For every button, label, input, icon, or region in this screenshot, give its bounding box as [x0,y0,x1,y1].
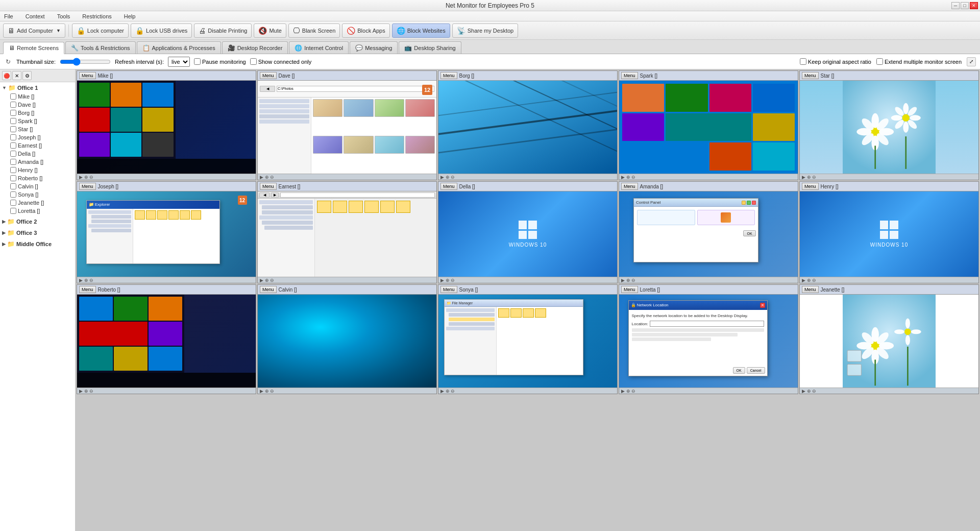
grid-cell-della[interactable]: Menu Della [] WINDOWS 10 [438,181,618,283]
tree-item-mike[interactable]: Mike [] [0,92,75,101]
menu-tools[interactable]: Tools [55,12,72,20]
refresh-button[interactable]: ↻ [4,58,12,66]
checkbox-spark[interactable] [10,118,16,124]
checkbox-mike[interactable] [10,93,16,100]
tree-item-loretta[interactable]: Loretta [] [0,207,75,215]
refresh-interval-select[interactable]: live 1 2 5 10 [168,57,190,67]
tree-item-borg[interactable]: Borg [] [0,109,75,117]
tree-item-star[interactable]: Star [] [0,125,75,133]
tree-item-earnest[interactable]: Earnest [] [0,141,75,150]
cell-menu-henry[interactable]: Menu [802,183,819,190]
tab-applications-processes[interactable]: 📋 Applications & Processes [137,41,221,54]
tree-item-jeanette[interactable]: Jeanette [] [0,199,75,207]
tree-item-joseph[interactable]: Joseph [] [0,133,75,141]
checkbox-roberto[interactable] [10,175,16,181]
pause-monitoring-checkbox[interactable] [194,58,201,65]
checkbox-della[interactable] [10,151,16,157]
cell-menu-mike[interactable]: Menu [79,72,96,79]
grid-cell-earnest[interactable]: Menu Earnest [] ◀ ▶ [257,181,437,283]
show-connected-checkbox-label[interactable]: Show connected only [250,58,312,65]
tab-tools-restrictions[interactable]: 🔧 Tools & Restrictions [65,41,136,54]
checkbox-borg[interactable] [10,110,16,116]
tab-desktop-sharing[interactable]: 📺 Desktop Sharing [399,41,461,54]
blank-screen-button[interactable]: 🖵 Blank Screen [288,23,340,38]
grid-cell-dave[interactable]: Menu Dave [] ◀ C:\Photos [257,70,437,180]
tab-messaging[interactable]: 💬 Messaging [350,41,398,54]
lock-computer-button[interactable]: 🔒 Lock computer [72,23,129,38]
checkbox-jeanette[interactable] [10,200,16,206]
grid-cell-star[interactable]: Menu Star [] [799,70,979,180]
cell-menu-jeanette[interactable]: Menu [802,286,819,293]
sidebar-btn-2[interactable]: ✕ [12,71,21,80]
cell-menu-loretta[interactable]: Menu [621,286,638,293]
cell-menu-calvin[interactable]: Menu [260,286,277,293]
cell-menu-amanda[interactable]: Menu [621,183,638,190]
tree-item-della[interactable]: Della [] [0,150,75,158]
keep-aspect-checkbox-label[interactable]: Keep original aspect ratio [800,58,871,65]
tab-internet-control[interactable]: 🌐 Internet Control [289,41,349,54]
grid-cell-loretta[interactable]: Menu Loretta [] 🔒 Network Location ✕ [619,284,798,394]
cell-menu-joseph[interactable]: Menu [79,183,96,190]
cell-menu-roberto[interactable]: Menu [79,286,96,293]
menu-file[interactable]: File [2,12,15,20]
menu-context[interactable]: Context [23,12,47,20]
checkbox-sonya[interactable] [10,191,16,198]
tree-group-office1-header[interactable]: ▼ 📁 Office 1 [0,83,75,92]
cell-menu-sonya[interactable]: Menu [440,286,457,293]
cell-menu-dave[interactable]: Menu [260,72,277,79]
cell-menu-spark[interactable]: Menu [621,72,638,79]
tree-group-office3-header[interactable]: ▶ 📁 Office 3 [0,228,75,237]
keep-aspect-checkbox[interactable] [800,58,806,65]
expand-grid-button[interactable]: ⤢ [967,57,976,66]
tab-desktop-recorder[interactable]: 🎥 Desktop Recorder [222,41,288,54]
cell-menu-earnest[interactable]: Menu [260,183,277,190]
grid-cell-roberto[interactable]: Menu Roberto [] [77,284,256,394]
checkbox-amanda[interactable] [10,159,16,165]
grid-cell-joseph[interactable]: Menu Joseph [] 📁 Explorer [77,181,256,283]
grid-cell-jeanette[interactable]: Menu Jeanette [] [799,284,979,394]
tree-group-office2-header[interactable]: ▶ 📁 Office 2 [0,217,75,226]
tree-item-roberto[interactable]: Roberto [] [0,174,75,182]
tree-item-henry[interactable]: Henry [] [0,166,75,174]
tree-item-spark[interactable]: Spark [] [0,117,75,125]
maximize-button[interactable]: □ [961,2,969,9]
add-computer-button[interactable]: 🖥 Add Computer ▼ [3,23,65,38]
tree-item-amanda[interactable]: Amanda [] [0,158,75,166]
checkbox-star[interactable] [10,126,16,132]
checkbox-henry[interactable] [10,167,16,173]
menu-restrictions[interactable]: Restrictions [80,12,113,20]
checkbox-loretta[interactable] [10,208,16,214]
mute-button[interactable]: 🔇 Mute [254,23,286,38]
grid-cell-amanda[interactable]: Menu Amanda [] Control Panel [619,181,798,283]
close-button[interactable]: ✕ [970,2,978,9]
cell-menu-star[interactable]: Menu [802,72,819,79]
tree-item-calvin[interactable]: Calvin [] [0,182,75,190]
thumbnail-size-slider[interactable] [60,58,111,65]
checkbox-joseph[interactable] [10,134,16,140]
grid-cell-sonya[interactable]: Menu Sonya [] 📁 File Manager [438,284,618,394]
checkbox-calvin[interactable] [10,183,16,189]
grid-cell-mike[interactable]: Menu Mike [] [77,70,256,180]
extend-monitor-checkbox-label[interactable]: Extend multiple monitor screen [876,58,962,65]
menu-help[interactable]: Help [122,12,138,20]
tab-remote-screens[interactable]: 🖥 Remote Screens [3,42,64,54]
grid-cell-henry[interactable]: Menu Henry [] WINDOWS 10 [799,181,979,283]
sidebar-btn-1[interactable]: 🔴 [2,71,11,80]
grid-cell-borg[interactable]: Menu Borg [] [438,70,618,180]
cell-menu-borg[interactable]: Menu [440,72,457,79]
tree-item-dave[interactable]: Dave [] [0,101,75,109]
extend-monitor-checkbox[interactable] [876,58,883,65]
share-desktop-button[interactable]: 📡 Share my Desktop [452,23,518,38]
block-apps-button[interactable]: 🚫 Block Apps [342,23,389,38]
grid-cell-spark[interactable]: Menu Spark [] [619,70,798,180]
cell-menu-della[interactable]: Menu [440,183,457,190]
checkbox-earnest[interactable] [10,142,16,149]
grid-cell-calvin[interactable]: Menu Calvin [] ▶ ⊕ ⊖ [257,284,437,394]
minimize-button[interactable]: ─ [951,2,960,9]
sidebar-btn-settings[interactable]: ⚙ [22,71,32,80]
tree-item-sonya[interactable]: Sonya [] [0,190,75,199]
disable-printing-button[interactable]: 🖨 Disable Printing [194,23,252,38]
show-connected-checkbox[interactable] [250,58,257,65]
tree-group-middle-office-header[interactable]: ▶ 📁 Middle Office [0,239,75,249]
lock-usb-button[interactable]: 🔒 Lock USB drives [131,23,192,38]
